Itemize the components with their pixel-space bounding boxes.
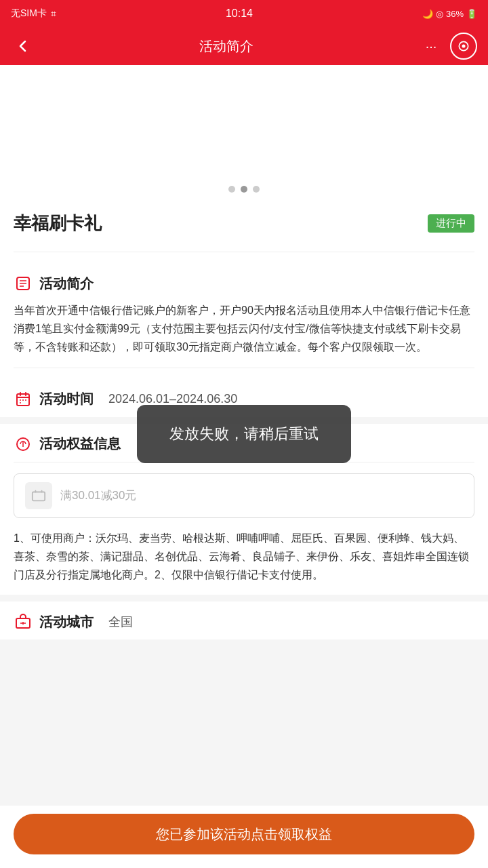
record-button[interactable] xyxy=(450,33,477,60)
benefits-title: 活动权益信息 xyxy=(39,435,121,453)
back-button[interactable] xyxy=(11,34,35,58)
status-badge: 进行中 xyxy=(428,214,474,233)
gray-separator-2 xyxy=(0,595,488,601)
voucher-label: 满30.01减30元 xyxy=(60,488,136,503)
intro-icon xyxy=(14,274,33,293)
battery-icon: 🔋 xyxy=(466,9,477,19)
sim-icon: ⌗ xyxy=(51,8,56,20)
svg-point-10 xyxy=(20,399,21,401)
intro-divider xyxy=(14,252,474,252)
bottom-bar: 您已参加该活动点击领取权益 xyxy=(0,806,488,868)
sim-text: 无SIM卡 xyxy=(11,7,47,20)
svg-point-13 xyxy=(20,402,21,403)
time-divider xyxy=(14,368,474,368)
page-title: 活动简介 xyxy=(199,37,253,56)
activity-main-title: 幸福刷卡礼 xyxy=(14,212,102,235)
moon-icon: 🌙 xyxy=(422,9,433,19)
svg-point-1 xyxy=(462,45,466,48)
city-title: 活动城市 xyxy=(39,613,94,631)
banner-dot-1 xyxy=(228,186,235,193)
status-left: 无SIM卡 ⌗ xyxy=(11,7,56,20)
benefits-body: 1、可使用商户：沃尔玛、麦当劳、哈根达斯、呷哺呷哺、屈臣氏、百果园、便利蜂、钱大… xyxy=(14,529,474,595)
time-header: 活动时间 2024.06.01–2024.06.30 xyxy=(14,379,474,417)
banner-dots xyxy=(228,186,260,193)
status-right: 🌙 ◎ 36% 🔋 xyxy=(422,9,477,19)
city-value: 全国 xyxy=(108,614,133,630)
benefits-section: 活动权益信息 满30.01减30元 1、可使用商户：沃尔玛、麦当劳、哈根达斯、呷… xyxy=(0,424,488,595)
time-title: 活动时间 xyxy=(39,390,94,408)
battery-text: 36% xyxy=(446,9,464,19)
city-header: 活动城市 全国 xyxy=(14,601,474,639)
status-time: 10:14 xyxy=(226,7,253,20)
gray-separator-1 xyxy=(0,417,488,424)
voucher-card: 满30.01减30元 xyxy=(14,473,474,518)
content-area: 幸福刷卡礼 进行中 xyxy=(0,201,488,252)
banner-area xyxy=(0,65,488,201)
benefits-icon xyxy=(14,435,33,454)
benefits-header: 活动权益信息 xyxy=(14,424,474,462)
nav-actions: ··· xyxy=(418,33,477,60)
location-icon: ◎ xyxy=(436,9,443,19)
intro-header: 活动简介 xyxy=(14,263,474,301)
time-value: 2024.06.01–2024.06.30 xyxy=(108,392,237,406)
svg-point-12 xyxy=(25,399,26,401)
city-section: 活动城市 全国 xyxy=(0,601,488,639)
intro-title: 活动简介 xyxy=(39,275,94,293)
nav-bar: 活动简介 ··· xyxy=(0,27,488,65)
benefits-divider xyxy=(14,462,474,462)
svg-rect-16 xyxy=(33,492,45,500)
time-icon xyxy=(14,390,33,409)
banner-dot-2 xyxy=(241,186,247,193)
city-icon xyxy=(14,612,33,631)
intro-body: 当年首次开通中信银行借记账户的新客户，开户90天内报名活动且使用本人中信银行借记… xyxy=(14,301,474,368)
claim-button[interactable]: 您已参加该活动点击领取权益 xyxy=(14,814,474,854)
activity-title-row: 幸福刷卡礼 进行中 xyxy=(14,212,474,235)
status-bar: 无SIM卡 ⌗ 10:14 🌙 ◎ 36% 🔋 xyxy=(0,0,488,27)
voucher-icon xyxy=(25,482,52,509)
banner-dot-3 xyxy=(253,186,260,193)
more-button[interactable]: ··· xyxy=(418,34,445,58)
svg-point-11 xyxy=(22,399,24,401)
intro-section: 活动简介 当年首次开通中信银行借记账户的新客户，开户90天内报名活动且使用本人中… xyxy=(0,252,488,368)
time-section: 活动时间 2024.06.01–2024.06.30 xyxy=(0,368,488,417)
